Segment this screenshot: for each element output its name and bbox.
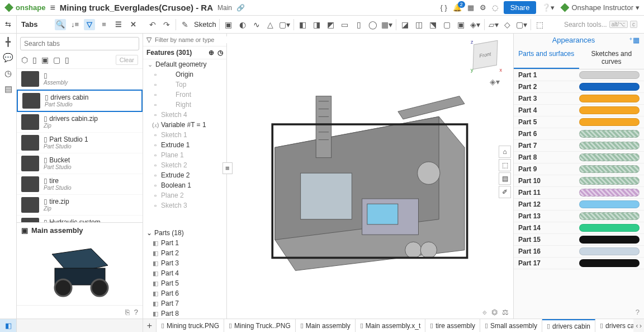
bom-icon[interactable]: ▤: [4, 84, 12, 94]
main-assembly-title[interactable]: ▣ Main assembly: [21, 226, 138, 235]
view-cube[interactable]: Front z y x: [468, 39, 502, 73]
appearance-row[interactable]: Part 16: [514, 246, 644, 258]
feature-item[interactable]: ⌄Default geometry: [143, 59, 226, 69]
appearance-row[interactable]: Part 7: [514, 140, 644, 152]
tab-item[interactable]: ▯ drivers cabin Part Studio: [17, 90, 143, 112]
color-swatch[interactable]: [579, 177, 640, 185]
split-icon[interactable]: ◫: [413, 18, 425, 31]
filter-other-icon[interactable]: ▯: [65, 55, 69, 64]
bottom-rail-icon[interactable]: ◧: [0, 319, 17, 332]
hole-icon[interactable]: ◯: [367, 18, 379, 31]
thicken-icon[interactable]: ▢▾: [278, 18, 291, 31]
menu-icon[interactable]: ≡: [50, 3, 55, 13]
color-swatch[interactable]: [579, 106, 640, 114]
section-view-icon[interactable]: ▤: [499, 172, 511, 185]
part-tree-item[interactable]: ◧Part 1: [143, 238, 226, 248]
notifications-icon[interactable]: 🔔2: [453, 3, 462, 12]
tab-item[interactable]: ▯ Assembly: [17, 69, 143, 90]
feature-item[interactable]: ▫Right: [143, 100, 226, 110]
rollback-icon[interactable]: ◷: [217, 49, 223, 57]
color-swatch[interactable]: [579, 130, 640, 138]
bottom-tab[interactable]: ▯Main assembly: [296, 319, 356, 332]
feature-item[interactable]: ▫Sketch 2: [143, 160, 226, 170]
part-tree-item[interactable]: ◧Part 3: [143, 258, 226, 268]
panel-collapse-icon[interactable]: ≡: [222, 162, 233, 174]
filter-icon[interactable]: ▽: [84, 19, 95, 30]
appearance-row[interactable]: Part 15: [514, 234, 644, 246]
sketch-label[interactable]: Sketch: [194, 20, 216, 29]
chamfer-icon[interactable]: ◨: [311, 18, 323, 31]
part-tree-item[interactable]: ◧Part 8: [143, 308, 226, 319]
feature-item[interactable]: ▫Plane 1: [143, 150, 226, 160]
tab-item[interactable]: ▯ tire Part Studio: [17, 174, 143, 195]
help-icon[interactable]: ?: [636, 308, 640, 316]
bottom-tab[interactable]: ▯Mining Truck..PNG: [224, 319, 296, 332]
filter-partstudio-icon[interactable]: ▯: [32, 55, 37, 64]
user-menu[interactable]: Onshape Instructor ▾: [560, 3, 640, 12]
revolve-icon[interactable]: ◐: [236, 18, 249, 31]
feature-item[interactable]: ▫Extrude 1: [143, 140, 226, 150]
appearance-row[interactable]: Part 13: [514, 211, 644, 222]
feature-item[interactable]: ▫Plane 2: [143, 190, 226, 200]
close-icon[interactable]: ✕: [127, 19, 139, 30]
feature-item[interactable]: ▫Extrude 2: [143, 170, 226, 180]
color-swatch[interactable]: [579, 189, 640, 197]
sweep-icon[interactable]: ∿: [250, 18, 263, 31]
filter-funnel-icon[interactable]: ▽: [146, 36, 151, 44]
sheet-icon[interactable]: ▢▾: [515, 18, 528, 31]
help-small-icon[interactable]: ?: [134, 308, 138, 316]
part-tree-item[interactable]: ◧Part 2: [143, 248, 226, 258]
bottom-tab[interactable]: ▯tire assembly: [425, 319, 480, 332]
mass-icon[interactable]: ⏣: [491, 308, 498, 316]
color-swatch[interactable]: [579, 200, 640, 208]
rib-icon[interactable]: ▯: [353, 18, 365, 31]
feature-item[interactable]: ▫Origin: [143, 69, 226, 80]
color-swatch[interactable]: [579, 247, 640, 255]
feature-item[interactable]: ▫Boolean 1: [143, 180, 226, 190]
search-tabs-input[interactable]: [20, 37, 139, 50]
appearance-row[interactable]: Part 12: [514, 199, 644, 211]
feature-item[interactable]: ▫Front: [143, 90, 226, 100]
iso-view-icon[interactable]: ⬚: [499, 159, 511, 171]
appearance-row[interactable]: Part 14: [514, 222, 644, 234]
link-icon[interactable]: 🔗: [236, 4, 245, 12]
features-header[interactable]: Features (301) ⊕ ◷: [143, 46, 226, 59]
lightbulb-icon[interactable]: ◌: [492, 3, 498, 12]
appearance-row[interactable]: Part 4: [514, 105, 644, 116]
parts-section-header[interactable]: ⌄ Parts (18): [143, 228, 226, 238]
tab-parts-surfaces[interactable]: Parts and surfaces: [514, 46, 579, 69]
appearance-row[interactable]: Part 5: [514, 116, 644, 128]
precision-icon[interactable]: ⚖: [502, 308, 509, 316]
units-icon[interactable]: ⟐: [482, 308, 487, 316]
color-swatch[interactable]: [579, 259, 640, 267]
gear-icon[interactable]: ⚙: [480, 3, 486, 12]
color-swatch[interactable]: [579, 71, 640, 79]
tab-sketches-curves[interactable]: Sketches and curves: [579, 46, 645, 69]
loft-icon[interactable]: △: [264, 18, 277, 31]
appearance-row[interactable]: Part 10: [514, 175, 644, 187]
filter-assembly-icon[interactable]: ⬡: [21, 55, 28, 64]
color-swatch[interactable]: [579, 153, 640, 161]
expand-icon[interactable]: ≡: [98, 19, 110, 30]
color-swatch[interactable]: [579, 83, 640, 91]
add-tab-button[interactable]: +: [143, 319, 157, 332]
add-appearance-icon[interactable]: ⁺▦: [629, 36, 640, 44]
fillet-icon[interactable]: ◧: [297, 18, 309, 31]
color-swatch[interactable]: [579, 118, 640, 126]
bottom-tab[interactable]: ▯Mining truck.PNG: [157, 319, 224, 332]
sort-icon[interactable]: ↓≡: [69, 19, 80, 30]
viewport[interactable]: ≡ Front z y x ◈▾ ⌂ ⬚ ▤ ✐ ⟐ ⏣ ⚖: [227, 34, 513, 319]
appearance-list[interactable]: Part 1 Part 2 Part 3 Part 4 Part 5 Part …: [514, 69, 644, 306]
color-swatch[interactable]: [579, 236, 640, 244]
appearance-row[interactable]: Part 6: [514, 128, 644, 140]
boolean-icon[interactable]: ◪: [399, 18, 411, 31]
view-menu-icon[interactable]: ◈▾: [490, 77, 500, 86]
appearance-row[interactable]: Part 3: [514, 93, 644, 105]
main-assembly-preview[interactable]: [21, 235, 138, 302]
transform-icon[interactable]: ⬔: [427, 18, 439, 31]
plane-icon[interactable]: ▱▾: [487, 18, 500, 31]
part-tree-item[interactable]: ◧Part 7: [143, 298, 226, 308]
bottom-tab[interactable]: ▯Main assembly.x_t: [356, 319, 425, 332]
search-icon[interactable]: 🔍: [55, 19, 66, 30]
part-tree-item[interactable]: ◧Part 6: [143, 288, 226, 298]
